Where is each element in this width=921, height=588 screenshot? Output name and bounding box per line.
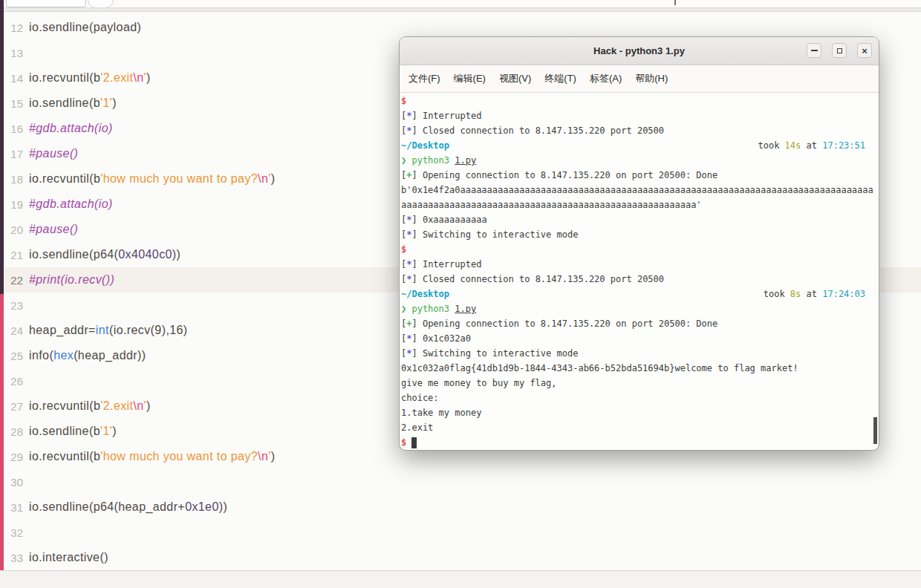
line-number: 16 [4, 122, 29, 135]
line-number: 23 [4, 299, 29, 312]
toolbar-separator [0, 7, 921, 12]
terminal-line: ~/Desktoptook 14s at 17:23:51 [401, 138, 879, 153]
terminal-line: b'0x1e4f2a0aaaaaaaaaaaaaaaaaaaaaaaaaaaaa… [401, 183, 879, 197]
line-number: 20 [4, 223, 29, 236]
terminal-line: [+] Opening connection to 8.147.135.220 … [401, 316, 879, 331]
terminal-output[interactable]: $[*] Interrupted[*] Closed connection to… [400, 93, 879, 450]
terminal-line: [*] 0x1c032a0 [401, 331, 879, 346]
minimize-button[interactable] [807, 43, 821, 58]
terminal-line: [+] Opening connection to 8.147.135.220 … [401, 168, 879, 183]
terminal-line: [*] 0xaaaaaaaaaa [401, 212, 879, 227]
terminal-line: $ [401, 94, 879, 108]
maximize-icon [837, 48, 842, 53]
line-number: 17 [4, 148, 29, 160]
line-number: 24 [4, 324, 29, 337]
window-controls: × [807, 43, 872, 58]
left-edge-strip-purple [0, 0, 4, 294]
terminal-line: $ [401, 435, 879, 450]
menu-item-terminal[interactable]: 终端(T) [544, 72, 576, 85]
terminal-line: 1.take my money [401, 405, 879, 420]
terminal-line: [*] Closed connection to 8.147.135.220 p… [401, 123, 879, 138]
line-number: 25 [4, 350, 29, 362]
line-number: 18 [4, 173, 29, 186]
terminal-line: choice: [401, 391, 879, 405]
line-number: 26 [4, 375, 29, 388]
terminal-line: ❯ python3 1.py [401, 301, 879, 316]
menu-item-file[interactable]: 文件(F) [409, 72, 440, 85]
terminal-line: [*] Interrupted [401, 257, 879, 272]
terminal-menubar: 文件(F)编辑(E)视图(V)终端(T)标签(A)帮助(H) [400, 65, 879, 93]
code-line[interactable]: 32 [4, 520, 921, 545]
line-number: 30 [4, 476, 29, 489]
terminal-line: [*] Closed connection to 8.147.135.220 p… [401, 272, 879, 287]
left-edge-strip-red [0, 294, 4, 570]
code-line[interactable]: 12io.sendline(payload) [4, 15, 921, 40]
close-button[interactable]: × [857, 43, 872, 58]
line-number: 32 [4, 526, 29, 539]
menu-item-tabs[interactable]: 标签(A) [590, 72, 622, 85]
terminal-cursor [411, 437, 417, 448]
terminal-line: ~/Desktoptook 8s at 17:24:03 [401, 287, 879, 301]
terminal-window-titlebar[interactable]: Hack - python3 1.py × [400, 37, 879, 65]
line-number: 29 [4, 451, 29, 463]
minimize-icon [811, 50, 818, 51]
terminal-line: [*] Interrupted [401, 108, 879, 123]
line-number: 14 [4, 72, 29, 85]
menu-item-help[interactable]: 帮助(H) [635, 72, 668, 85]
close-icon: × [862, 46, 868, 56]
line-number: 12 [4, 22, 29, 34]
menu-item-view[interactable]: 视图(V) [499, 72, 531, 85]
terminal-line: 2.exit [401, 420, 879, 435]
editor-bottom-panel [0, 570, 921, 588]
line-number: 13 [4, 47, 29, 59]
terminal-line: 0x1c032a0flag{41db1d9b-1844-4343-ab66-b5… [401, 361, 879, 376]
line-number: 22 [4, 274, 29, 287]
code-line[interactable]: 30 [4, 469, 921, 494]
line-number: 15 [4, 97, 29, 110]
code-line[interactable]: 33io.interactive() [4, 545, 921, 570]
line-number: 19 [4, 198, 29, 211]
terminal-scrollbar[interactable] [873, 417, 877, 444]
terminal-line: aaaaaaaaaaaaaaaaaaaaaaaaaaaaaaaaaaaaaaaa… [401, 197, 879, 212]
search-input[interactable] [6, 0, 86, 7]
code-line[interactable]: 31io.sendline(p64(heap_addr+0x1e0)) [4, 494, 921, 520]
maximize-button[interactable] [832, 43, 847, 58]
line-number: 33 [4, 552, 29, 564]
terminal-line: [*] Switching to interactive mode [401, 227, 879, 242]
line-number: 28 [4, 425, 29, 438]
terminal-line: give me money to buy my flag, [401, 376, 879, 391]
line-number: 27 [4, 400, 29, 413]
terminal-line: ❯ python3 1.py [401, 153, 879, 168]
line-number: 21 [4, 249, 29, 261]
line-number: 31 [4, 501, 29, 514]
terminal-line: [*] Switching to interactive mode [401, 346, 879, 361]
text-cursor-mark [674, 0, 676, 5]
terminal-line: $ [401, 242, 879, 257]
menu-item-edit[interactable]: 编辑(E) [454, 72, 486, 85]
terminal-window[interactable]: Hack - python3 1.py × 文件(F)编辑(E)视图(V)终端(… [400, 37, 879, 450]
window-title: Hack - python3 1.py [593, 45, 685, 56]
